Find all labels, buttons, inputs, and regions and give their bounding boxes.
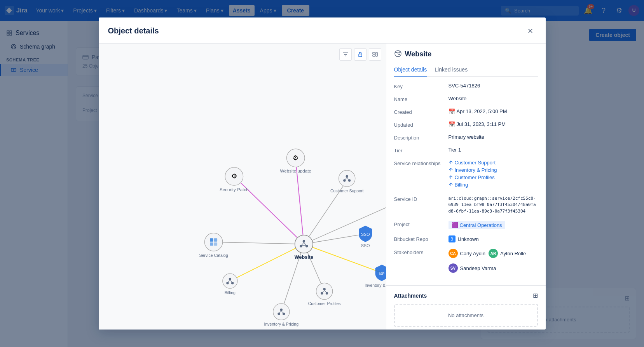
svg-rect-68	[210, 242, 213, 246]
object-details-modal: Object details ✕	[99, 17, 546, 330]
relationship-icon-2	[449, 167, 453, 172]
key-value: SVC-5471826	[449, 83, 538, 89]
svg-point-47	[343, 179, 346, 181]
svg-rect-16	[359, 54, 362, 57]
svg-text:Billing: Billing	[224, 290, 235, 295]
lock-toolbar-button[interactable]	[354, 48, 367, 61]
svg-point-71	[222, 274, 237, 288]
svg-text:Inventory & Pricing: Inventory & Pricing	[365, 283, 386, 288]
website-icon	[394, 50, 402, 59]
svg-text:I&P: I&P	[379, 272, 384, 276]
relationship-billing[interactable]: Billing	[449, 182, 538, 188]
project-icon: 🟪	[452, 222, 458, 228]
filter-icon	[342, 51, 349, 58]
graph-toolbar	[339, 48, 381, 61]
svg-text:SSO: SSO	[361, 232, 370, 237]
details-body: Key SVC-5471826 Name Website Created 📅 A…	[386, 77, 546, 286]
bitbucket-icon: B	[449, 235, 456, 242]
stakeholder-avatar-sandeep: SV	[449, 263, 458, 273]
attachments-title: Attachments	[394, 293, 427, 299]
node-billing-bottom[interactable]: Billing	[222, 274, 237, 295]
detail-row-service-id: Service ID ari:cloud:graph::service/2cfc…	[394, 195, 538, 215]
svg-point-78	[273, 303, 289, 320]
svg-text:Website: Website	[294, 255, 313, 260]
attachments-section: Attachments ⊞ No attachments	[386, 285, 546, 330]
relationship-inventory-pricing[interactable]: Inventory & Pricing	[449, 167, 538, 173]
details-header: Website	[386, 44, 546, 59]
svg-point-79	[280, 309, 282, 311]
detail-row-name: Name Website	[394, 96, 538, 102]
svg-point-48	[348, 179, 350, 181]
modal-close-button[interactable]: ✕	[525, 25, 536, 37]
service-id-value: ari:cloud:graph::service/2cfc55c0-6939-1…	[449, 195, 538, 215]
project-value: 🟪 Central Operations	[449, 221, 538, 229]
detail-row-stakeholders: Stakeholders CA Carly Aydin AR Ayton Rol…	[394, 249, 538, 273]
node-customer-support[interactable]: Customer Support	[330, 170, 363, 193]
modal-title: Object details	[108, 26, 159, 35]
no-attachments-message: No attachments	[394, 304, 538, 327]
description-value: Primary website	[449, 134, 538, 140]
detail-row-bitbucket: Bitbucket Repo B Unknown	[394, 235, 538, 242]
svg-point-45	[339, 170, 355, 187]
svg-point-73	[226, 282, 229, 284]
calendar-icon: 📅	[449, 108, 455, 115]
svg-point-86	[395, 52, 397, 53]
svg-text:Service Catalog: Service Catalog	[199, 253, 228, 258]
modal-header: Object details ✕	[99, 17, 546, 44]
calendar-icon-2: 📅	[449, 121, 455, 127]
modal-body: Website ⚙ Website update ⚙ Security Patc…	[99, 44, 546, 330]
attachments-header: Attachments ⊞	[394, 292, 538, 299]
attachments-grid-icon[interactable]: ⊞	[533, 292, 538, 299]
node-website[interactable]: Website	[294, 235, 313, 260]
node-inventory-pricing-2[interactable]: Inventory & Pricing	[264, 303, 298, 326]
detail-row-tier: Tier Tier 1	[394, 147, 538, 153]
relationship-icon-4	[449, 182, 453, 187]
tier-value: Tier 1	[449, 147, 538, 153]
tab-linked-issues[interactable]: Linked issues	[435, 63, 468, 77]
svg-line-21	[230, 244, 304, 281]
svg-rect-17	[373, 52, 375, 54]
detail-row-project: Project 🟪 Central Operations	[394, 221, 538, 229]
svg-line-29	[213, 242, 304, 244]
svg-point-60	[321, 292, 323, 294]
modal-overlay[interactable]: Object details ✕	[0, 0, 644, 347]
expand-toolbar-button[interactable]	[369, 48, 381, 61]
relationship-customer-support[interactable]: Customer Support	[449, 160, 538, 166]
svg-point-72	[229, 277, 231, 280]
relationship-customer-profiles[interactable]: Customer Profiles	[449, 174, 538, 180]
node-security-patch[interactable]: ⚙ Security Patch	[219, 167, 248, 192]
svg-line-26	[304, 195, 386, 244]
stakeholders-value: CA Carly Aydin AR Ayton Rolle SV Sandeep…	[449, 249, 538, 273]
svg-rect-69	[214, 242, 217, 246]
expand-icon	[372, 51, 378, 58]
svg-text:Customer Support: Customer Support	[330, 188, 363, 193]
detail-row-key: Key SVC-5471826	[394, 83, 538, 89]
node-website-update[interactable]: ⚙ Website update	[280, 149, 311, 173]
name-value: Website	[449, 96, 538, 101]
svg-line-89	[397, 52, 398, 54]
svg-point-88	[399, 51, 401, 53]
relationship-icon	[449, 160, 453, 165]
stakeholder-ayton: AR Ayton Rolle	[489, 249, 526, 258]
tab-object-details[interactable]: Object details	[394, 63, 427, 77]
stakeholder-avatar-carly: CA	[449, 249, 458, 258]
svg-text:Security Patch: Security Patch	[219, 187, 248, 192]
details-panel: Website Object details Linked issues Key…	[386, 44, 546, 330]
stakeholder-sandeep: SV Sandeep Varma	[449, 263, 496, 273]
svg-text:SSO: SSO	[361, 243, 370, 248]
node-customer-profiles[interactable]: Customer Profiles	[308, 283, 340, 306]
svg-rect-19	[376, 52, 377, 56]
graph-svg: Website ⚙ Website update ⚙ Security Patc…	[99, 44, 386, 330]
svg-text:⚙: ⚙	[293, 154, 298, 161]
project-badge[interactable]: 🟪 Central Operations	[449, 221, 505, 229]
detail-row-created: Created 📅 Apr 13, 2022, 5:00 PM	[394, 108, 538, 115]
bitbucket-value: B Unknown	[449, 235, 538, 242]
filter-toolbar-button[interactable]	[339, 48, 352, 61]
svg-text:Website update: Website update	[280, 168, 311, 173]
node-sso[interactable]: SSO SSO	[359, 225, 372, 248]
svg-point-87	[398, 54, 400, 55]
stakeholder-avatar-ayton: AR	[489, 249, 498, 258]
svg-text:⚙: ⚙	[231, 173, 237, 180]
node-service-catalog[interactable]: Service Catalog	[199, 233, 228, 257]
lock-icon	[357, 51, 363, 58]
